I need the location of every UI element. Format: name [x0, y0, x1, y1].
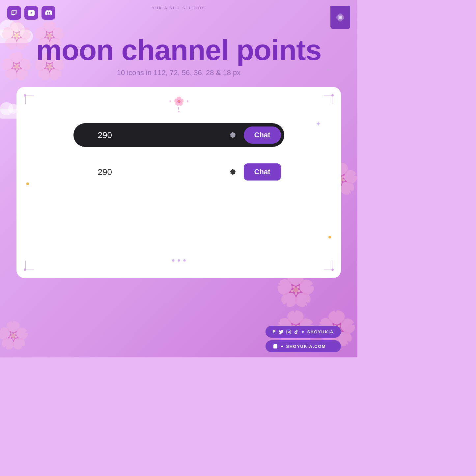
card-sakura: ✦ 🌸 ✦	[169, 96, 189, 112]
orange-dot-left	[26, 182, 29, 185]
orange-dot-right	[328, 236, 331, 238]
svg-rect-6	[287, 330, 291, 334]
title-section: moon channel points 10 icons in 112, 72,…	[0, 29, 357, 80]
social-badge-label: SHOYUKIA	[307, 329, 334, 334]
badge-dot-1	[302, 331, 304, 333]
bottom-badges: E SHOYUKIA SHOYUKIA.COM	[266, 326, 341, 352]
bottom-dot-2	[178, 259, 180, 262]
youtube-icon[interactable]	[24, 6, 38, 20]
card-corner-tl	[24, 94, 40, 111]
top-section: YUKIA SHO STUDIOS	[0, 0, 357, 29]
social-icons-top	[7, 6, 55, 20]
gear-icon-dark[interactable]	[227, 130, 237, 140]
top-right-badge	[330, 6, 350, 29]
gear-icon-light[interactable]	[227, 167, 237, 177]
chat-button-light[interactable]: Chat	[244, 163, 281, 181]
channel-bar-dark: 290 Chat	[73, 123, 284, 147]
flower-decoration-bottomleft: 🌸	[0, 320, 30, 351]
moon-icon-dark	[80, 128, 94, 142]
mockups-container: 290 Chat 290	[26, 103, 331, 190]
social-badge-accounts: E SHOYUKIA	[266, 326, 341, 338]
card-bottom-dots	[172, 259, 185, 262]
card-sparkle-tr: ✦	[316, 120, 321, 128]
badge-dot-2	[281, 346, 283, 347]
points-count-dark: 290	[98, 130, 223, 140]
main-title: moon channel points	[7, 36, 351, 65]
instagram-icon	[286, 329, 291, 334]
bottom-dot-3	[183, 259, 185, 262]
card-corner-br	[317, 254, 334, 271]
cart-icon	[273, 344, 278, 349]
points-count-light: 290	[98, 167, 223, 177]
website-badge-label: SHOYUKIA.COM	[286, 344, 326, 349]
badge-social-icons: E	[273, 329, 299, 334]
card-corner-bl	[24, 254, 40, 271]
studio-name: YUKIA SHO STUDIOS	[152, 6, 205, 10]
white-card: ✦ 🌸 ✦ 290	[16, 87, 341, 278]
website-badge[interactable]: SHOYUKIA.COM	[266, 340, 341, 352]
channel-bar-light: 290 Chat	[73, 160, 284, 184]
chat-button-dark[interactable]: Chat	[244, 126, 281, 144]
card-corner-tr	[317, 94, 334, 111]
svg-point-5	[338, 15, 342, 19]
discord-icon[interactable]	[42, 6, 55, 20]
tiktok-icon	[294, 329, 299, 334]
twitch-icon[interactable]	[7, 6, 21, 20]
twitter-icon	[279, 329, 284, 334]
moon-icon-light	[80, 165, 94, 179]
bottom-dot-1	[172, 259, 174, 262]
etsy-icon: E	[273, 329, 276, 334]
subtitle: 10 icons in 112, 72, 56, 36, 28 & 18 px	[7, 69, 351, 77]
